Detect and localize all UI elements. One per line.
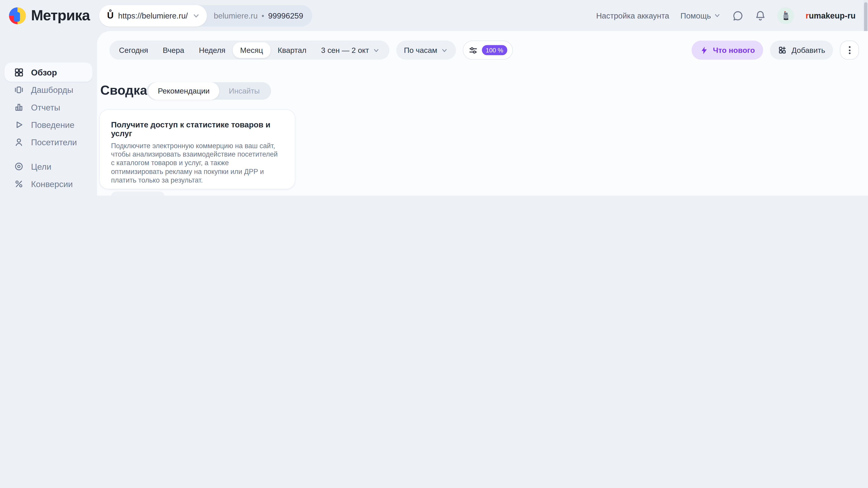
user-avatar[interactable] xyxy=(777,7,794,24)
sidebar-item-label: Обзор xyxy=(31,67,57,77)
sidebar-item-label: Посетители xyxy=(31,137,77,147)
percent-icon xyxy=(14,179,24,189)
chevron-down-icon xyxy=(714,12,721,19)
sidebar-item-reports[interactable]: Отчеты xyxy=(4,98,92,116)
app-title: Метрика xyxy=(31,7,90,24)
sidebar-item-goals[interactable]: Цели xyxy=(4,158,92,175)
report-toolbar: Сегодня Вчера Неделя Месяц Квартал 3 сен… xyxy=(110,41,859,60)
sidebar: Обзор Дашборды Отчеты Поведение Посетите… xyxy=(0,31,97,196)
period-quarter[interactable]: Квартал xyxy=(270,42,314,58)
grid-icon xyxy=(14,67,24,77)
period-yesterday[interactable]: Вчера xyxy=(156,42,192,58)
chevron-down-icon xyxy=(440,46,448,54)
site-favicon: Ů xyxy=(107,11,114,21)
add-widget-icon xyxy=(778,46,787,55)
summary-title: Сводка xyxy=(100,83,147,98)
sidebar-item-label: Конверсии xyxy=(31,179,73,189)
sampling-filter-button[interactable]: 100 % xyxy=(463,41,513,60)
reports-icon xyxy=(14,103,24,112)
target-icon xyxy=(14,162,24,171)
toolbar-more-menu[interactable] xyxy=(840,41,859,60)
recommendation-title: Получите доступ к статистике товаров и у… xyxy=(111,120,283,138)
sidebar-item-dashboards[interactable]: Дашборды xyxy=(4,81,92,98)
sidebar-item-behavior[interactable]: Поведение xyxy=(4,116,92,133)
person-icon xyxy=(14,137,24,147)
tab-insights[interactable]: Инсайты xyxy=(219,82,270,100)
date-range-picker[interactable]: 3 сен — 2 окт xyxy=(314,42,387,58)
sidebar-item-conversions[interactable]: Конверсии xyxy=(4,175,92,193)
username[interactable]: rumakeup-ru xyxy=(806,11,856,20)
tab-recommendations[interactable]: Рекомендации xyxy=(148,82,219,100)
whats-new-button[interactable]: Что нового xyxy=(691,41,763,60)
sidebar-item-label: Дашборды xyxy=(31,85,73,95)
robot-avatar-icon xyxy=(780,10,792,21)
sidebar-item-overview[interactable]: Обзор xyxy=(4,63,92,82)
counter-domain: belumiere.ru xyxy=(214,11,258,20)
metrika-dashboard: Метрика Ů https://belumiere.ru/ belumier… xyxy=(0,0,868,196)
header-actions: Настройка аккаунта Помощь rumakeup-ru xyxy=(596,0,856,31)
separator-dot: • xyxy=(261,11,264,20)
site-url-selector[interactable]: Ů https://belumiere.ru/ xyxy=(99,5,207,26)
recommendation-card: Получите доступ к статистике товаров и у… xyxy=(99,109,296,189)
play-icon xyxy=(14,120,24,129)
sidebar-item-label: Поведение xyxy=(31,120,74,129)
account-settings-link[interactable]: Настройка аккаунта xyxy=(596,11,669,20)
add-widget-button[interactable]: Добавить xyxy=(770,41,833,60)
lightning-icon xyxy=(700,46,708,54)
sampling-badge: 100 % xyxy=(482,45,507,55)
granularity-selector[interactable]: По часам xyxy=(396,41,456,60)
notifications-bell-icon[interactable] xyxy=(755,10,766,21)
sidebar-item-visitors[interactable]: Посетители xyxy=(4,133,92,151)
sidebar-item-label: Цели xyxy=(31,162,51,171)
chevron-down-icon xyxy=(192,12,200,20)
counter-switcher: Ů https://belumiere.ru/ belumiere.ru • 9… xyxy=(99,5,312,26)
help-menu[interactable]: Помощь xyxy=(680,11,721,20)
period-month[interactable]: Месяц xyxy=(233,42,270,58)
period-today[interactable]: Сегодня xyxy=(112,42,156,58)
sliders-icon xyxy=(468,45,477,55)
period-selector: Сегодня Вчера Неделя Месяц Квартал 3 сен… xyxy=(110,41,389,60)
counter-id: 99996259 xyxy=(268,11,303,20)
counter-info: belumiere.ru • 99996259 xyxy=(207,11,312,20)
site-url: https://belumiere.ru/ xyxy=(118,11,188,20)
chat-icon[interactable] xyxy=(733,10,744,21)
chevron-down-icon xyxy=(372,46,379,54)
recommendation-body: Подключите электронную коммерцию на ваш … xyxy=(111,142,280,185)
app-logo[interactable]: Метрика xyxy=(9,7,90,24)
summary-tabs: Рекомендации Инсайты xyxy=(147,82,271,100)
details-button[interactable]: Подробнее xyxy=(111,192,165,196)
sidebar-item-label: Отчеты xyxy=(31,103,60,112)
dashboards-icon xyxy=(14,85,24,95)
metrika-logo-icon xyxy=(9,7,26,24)
period-week[interactable]: Неделя xyxy=(191,42,232,58)
